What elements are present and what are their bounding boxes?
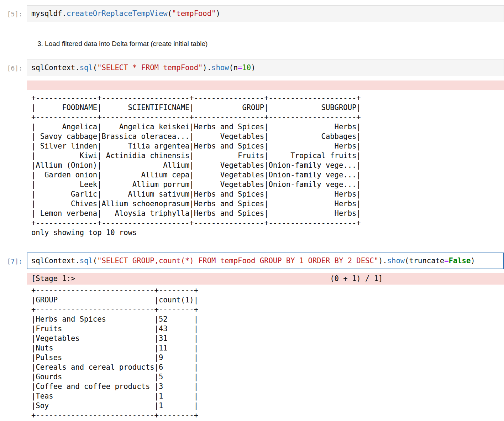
cell-7-code-line: sqlContext.sql("SELECT GROUP,count(*) FR… <box>31 256 499 265</box>
code-cell-7: [7]: sqlContext.sql("SELECT GROUP,count(… <box>0 253 504 269</box>
cell-6-output-area: +--------------+--------------------+---… <box>27 80 504 238</box>
cell-6-code-editor[interactable]: sqlContext.sql("SELECT * FROM tempFood")… <box>27 59 504 76</box>
section-heading: 3. Load filtered data into Delta format … <box>37 40 208 47</box>
notebook: [5]: mysqldf.createOrReplaceTempView("te… <box>0 0 504 420</box>
cell-6-execution-prompt: [6]: <box>0 59 27 76</box>
cell-7-execution-prompt: [7]: <box>0 253 27 269</box>
cell-5-code-line: mysqldf.createOrReplaceTempView("tempFoo… <box>31 9 499 18</box>
markdown-cell[interactable]: 3. Load filtered data into Delta format … <box>37 39 504 48</box>
spark-progress-bar-empty <box>27 80 504 90</box>
cell-7-output-area: [Stage 1:> (0 + 1) / 1] +---------------… <box>27 273 504 420</box>
cell-5-execution-prompt: [5]: <box>0 5 27 22</box>
spark-stage-progress-text: [Stage 1:> (0 + 1) / 1] <box>31 274 504 283</box>
cell-5-code-editor[interactable]: mysqldf.createOrReplaceTempView("tempFoo… <box>27 5 504 22</box>
spark-stage-progress-bar: [Stage 1:> (0 + 1) / 1] <box>27 273 504 285</box>
cell-7-code-editor[interactable]: sqlContext.sql("SELECT GROUP,count(*) FR… <box>27 253 504 269</box>
foods-table-output: +--------------+--------------------+---… <box>31 93 504 238</box>
group-counts-table-output: +---------------------------+--------+ |… <box>31 286 504 420</box>
cell-6-code-line: sqlContext.sql("SELECT * FROM tempFood")… <box>31 63 499 72</box>
code-cell-6: [6]: sqlContext.sql("SELECT * FROM tempF… <box>0 59 504 76</box>
code-cell-5: [5]: mysqldf.createOrReplaceTempView("te… <box>0 5 504 22</box>
